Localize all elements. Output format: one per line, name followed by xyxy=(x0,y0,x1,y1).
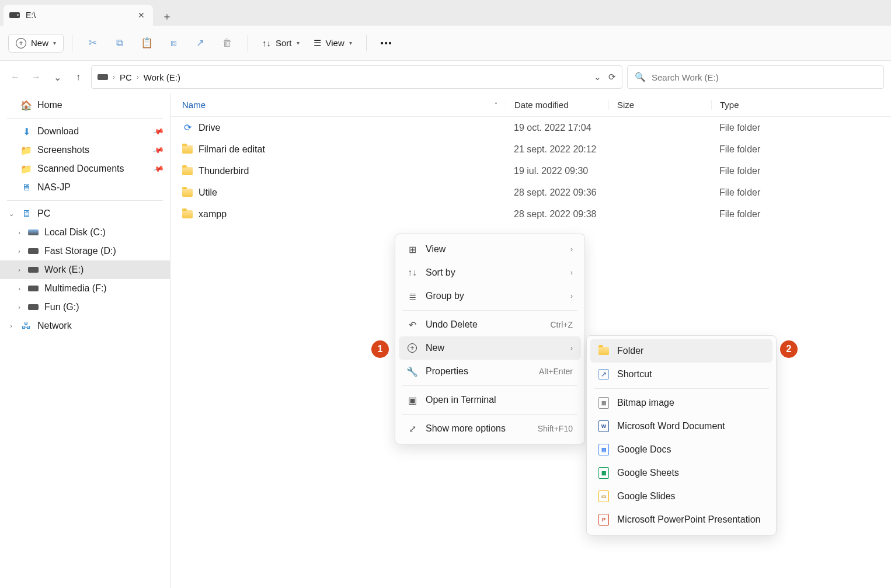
refresh-icon[interactable]: ⟳ xyxy=(608,72,616,82)
menu-item-terminal[interactable]: ▣ Open in Terminal xyxy=(399,388,581,412)
menu-item-label: Properties xyxy=(426,366,468,377)
menu-item-label: Show more options xyxy=(426,423,506,434)
copy-button[interactable]: ⧉ xyxy=(107,33,132,54)
folder-icon xyxy=(598,347,609,355)
sidebar-item-drive-c[interactable]: › Local Disk (C:) xyxy=(0,223,170,242)
sidebar-separator xyxy=(7,118,163,119)
menu-item-new[interactable]: + New › xyxy=(399,336,581,360)
chevron-right-icon[interactable]: › xyxy=(15,248,23,255)
sidebar-item-download[interactable]: ⬇ Download 📌 xyxy=(0,122,170,141)
sidebar-item-drive-e[interactable]: › Work (E:) xyxy=(0,260,170,279)
view-button[interactable]: ☰ View ▾ xyxy=(308,34,358,52)
search-box[interactable]: 🔍 xyxy=(627,65,884,89)
menu-item-sort-by[interactable]: ↑↓ Sort by › xyxy=(399,261,581,284)
file-pane[interactable]: Name ˄ Date modified Size Type ⟳Drive19 … xyxy=(170,93,891,588)
table-row[interactable]: ⟳Drive19 oct. 2022 17:04File folder xyxy=(170,117,891,138)
table-row[interactable]: Thunderbird19 iul. 2022 09:30File folder xyxy=(170,160,891,182)
search-input[interactable] xyxy=(652,72,876,82)
table-row[interactable]: Utile28 sept. 2022 09:36File folder xyxy=(170,182,891,203)
sort-asc-icon: ˄ xyxy=(495,102,497,108)
sidebar-item-scanned[interactable]: 📁 Scanned Documents 📌 xyxy=(0,159,170,178)
breadcrumb-dropdown-icon[interactable]: ⌄ xyxy=(594,72,601,82)
menu-item-label: Open in Terminal xyxy=(426,395,496,405)
sidebar-item-nas[interactable]: 🖥 NAS-JP xyxy=(0,178,170,197)
table-row[interactable]: xampp28 sept. 2022 09:38File folder xyxy=(170,203,891,225)
chevron-right-icon[interactable]: › xyxy=(15,304,23,311)
breadcrumb-segment[interactable]: Work (E:) xyxy=(144,72,180,82)
menu-item-view[interactable]: ⊞ View › xyxy=(399,238,581,261)
menu-separator xyxy=(594,388,769,389)
chevron-right-icon[interactable]: › xyxy=(15,285,23,292)
sidebar-item-pc[interactable]: ⌄ 🖥 PC xyxy=(0,204,170,223)
menu-separator xyxy=(402,310,577,311)
breadcrumb-segment[interactable]: PC xyxy=(120,72,132,82)
column-label: Date modified xyxy=(514,100,569,110)
tab-bar: E:\ ✕ ＋ xyxy=(0,0,891,26)
annotation-label: 2 xyxy=(786,344,792,354)
drive-icon xyxy=(28,267,39,273)
new-button-label: New xyxy=(31,38,48,48)
back-button[interactable]: ← xyxy=(7,69,23,85)
menu-item-group-by[interactable]: ≣ Group by › xyxy=(399,284,581,308)
chevron-right-icon[interactable]: › xyxy=(15,229,23,236)
rename-button[interactable]: ⧈ xyxy=(161,33,186,54)
new-tab-button[interactable]: ＋ xyxy=(158,7,176,26)
submenu-item-sheets[interactable]: ▦Google Sheets xyxy=(590,461,772,485)
column-header-type[interactable]: Type xyxy=(711,100,891,110)
file-date: 28 sept. 2022 09:36 xyxy=(506,187,608,198)
breadcrumb[interactable]: › PC › Work (E:) ⌄ ⟳ xyxy=(91,65,622,89)
submenu-item-slides[interactable]: ▭Google Slides xyxy=(590,485,772,508)
sidebar-item-label: Multimedia (F:) xyxy=(44,283,107,294)
submenu-item-word[interactable]: WMicrosoft Word Document xyxy=(590,415,772,438)
column-header-date[interactable]: Date modified xyxy=(506,100,608,110)
drive-icon xyxy=(28,286,39,291)
close-tab-icon[interactable]: ✕ xyxy=(135,11,147,20)
share-button[interactable]: ↗ xyxy=(188,33,213,54)
sidebar-item-drive-d[interactable]: › Fast Storage (D:) xyxy=(0,242,170,260)
sidebar-item-drive-g[interactable]: › Fun (G:) xyxy=(0,298,170,316)
new-button[interactable]: + New ▾ xyxy=(8,34,64,53)
column-header-name[interactable]: Name ˄ xyxy=(170,100,506,110)
menu-item-properties[interactable]: 🔧 Properties Alt+Enter xyxy=(399,360,581,383)
submenu-item-docs[interactable]: ▤Google Docs xyxy=(590,438,772,461)
sort-button[interactable]: ↑↓ Sort ▾ xyxy=(256,34,305,51)
chevron-right-icon[interactable]: › xyxy=(15,266,23,273)
column-header-size[interactable]: Size xyxy=(608,100,711,110)
menu-item-undo[interactable]: ↶ Undo Delete Ctrl+Z xyxy=(399,313,581,336)
sidebar-item-label: Screenshots xyxy=(37,145,89,155)
menu-item-more[interactable]: ⤢ Show more options Shift+F10 xyxy=(399,417,581,440)
file-name: xampp xyxy=(199,209,227,220)
sidebar-home[interactable]: 🏠 Home xyxy=(0,96,170,114)
submenu-item-label: Google Docs xyxy=(617,444,671,455)
chevron-right-icon: › xyxy=(113,73,115,81)
submenu-item-folder[interactable]: Folder xyxy=(590,339,772,363)
cut-button[interactable]: ✂ xyxy=(81,33,105,54)
column-label: Type xyxy=(720,100,739,110)
sidebar-item-network[interactable]: › 🖧 Network xyxy=(0,316,170,335)
download-icon: ⬇ xyxy=(21,126,32,137)
up-button[interactable]: ↑ xyxy=(70,69,86,85)
submenu-item-ppt[interactable]: PMicrosoft PowerPoint Presentation xyxy=(590,508,772,531)
tab-active[interactable]: E:\ ✕ xyxy=(4,5,153,26)
forward-button[interactable]: → xyxy=(28,69,44,85)
drive-icon xyxy=(28,229,39,235)
chevron-right-icon[interactable]: › xyxy=(7,322,15,329)
chevron-down-icon[interactable]: ⌄ xyxy=(7,210,15,218)
sidebar-item-drive-f[interactable]: › Multimedia (F:) xyxy=(0,279,170,298)
file-type: File folder xyxy=(711,166,891,176)
pin-icon: 📌 xyxy=(152,126,164,138)
submenu-item-label: Microsoft Word Document xyxy=(617,421,725,432)
new-submenu: Folder↗Shortcut▦Bitmap imageWMicrosoft W… xyxy=(586,335,777,535)
submenu-item-bmp[interactable]: ▦Bitmap image xyxy=(590,391,772,415)
recent-locations-button[interactable]: ⌄ xyxy=(49,69,65,85)
toolbar: + New ▾ ✂ ⧉ 📋 ⧈ ↗ 🗑 ↑↓ Sort ▾ ☰ View ▾ •… xyxy=(0,26,891,61)
sidebar-item-screenshots[interactable]: 📁 Screenshots 📌 xyxy=(0,141,170,159)
paste-button[interactable]: 📋 xyxy=(134,33,159,54)
undo-icon: ↶ xyxy=(407,319,417,330)
file-type: File folder xyxy=(711,144,891,155)
more-button[interactable]: ••• xyxy=(375,35,399,51)
submenu-item-shortcut[interactable]: ↗Shortcut xyxy=(590,363,772,386)
delete-button[interactable]: 🗑 xyxy=(215,33,239,54)
folder-icon: 📁 xyxy=(21,163,32,174)
table-row[interactable]: Filmari de editat21 sept. 2022 20:12File… xyxy=(170,138,891,160)
